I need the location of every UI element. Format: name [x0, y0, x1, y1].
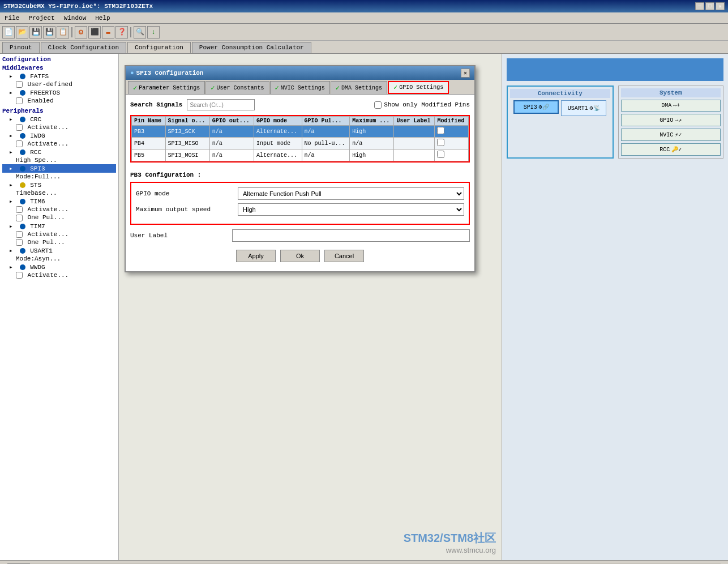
tim7-activate-checkbox[interactable] — [16, 231, 23, 238]
max-speed-select[interactable]: High Medium Low — [238, 203, 464, 216]
dialog-tab-dma[interactable]: ✓ DMA Settings — [331, 81, 387, 94]
tim6-onepulse-checkbox[interactable] — [16, 215, 23, 221]
crc-activate-label: Activate... — [28, 124, 69, 131]
gpio-button[interactable]: GPIO →↗ — [621, 114, 721, 126]
menu-file[interactable]: File — [2, 14, 22, 22]
config-section: PB3 Configuration : GPIO mode Alternate … — [130, 172, 470, 242]
user-label-input[interactable] — [232, 229, 470, 242]
toolbar-open[interactable]: 📂 — [16, 26, 28, 39]
sidebar-crc-activate[interactable]: Activate... — [2, 123, 116, 131]
tim6-expand: ▸ — [9, 198, 16, 205]
rcc-btn-label: RCC — [660, 147, 670, 153]
usart1-mode-label: Mode:Asyn... — [16, 255, 61, 262]
sidebar-iwdg-activate[interactable]: Activate... — [2, 140, 116, 148]
sidebar-rcc[interactable]: ▸ RCC — [2, 148, 116, 156]
wwdg-activate-checkbox[interactable] — [16, 272, 23, 279]
tim6-onepulse-label: One Pul... — [28, 214, 65, 221]
menu-window[interactable]: Window — [62, 14, 89, 22]
sidebar-freertos[interactable]: ▸ FREERTOS — [2, 88, 116, 97]
fatfs-userdefined-checkbox[interactable] — [16, 81, 23, 88]
toolbar-save3[interactable]: 📋 — [57, 26, 69, 39]
sidebar-sts[interactable]: ▸ STS — [2, 181, 116, 189]
freertos-enabled-checkbox[interactable] — [16, 97, 23, 104]
cell-gpio-pull: No pull-u... — [302, 138, 350, 149]
cell-gpio-pull: n/a — [302, 149, 350, 161]
main-tab-bar: Pinout Clock Configuration Configuration… — [0, 41, 728, 54]
toolbar-search[interactable]: 🔍 — [134, 26, 146, 39]
tab-pinout[interactable]: Pinout — [2, 42, 40, 53]
sidebar-wwdg[interactable]: ▸ WWDG — [2, 263, 116, 271]
dialog-close-button[interactable]: ✕ — [461, 69, 470, 78]
sidebar-freertos-enabled[interactable]: Enabled — [2, 97, 116, 105]
maximize-button[interactable]: □ — [705, 2, 714, 10]
sidebar-tim7[interactable]: ▸ TIM7 — [2, 222, 116, 230]
dma-button[interactable]: DMA ↔+ — [621, 100, 721, 112]
dialog-tab-parameter[interactable]: ✓ Parameter Settings — [128, 81, 205, 94]
toolbar: 📄 📂 💾 💾 📋 ⚙ ⬛ ▬ ❓ 🔍 ↓ — [0, 24, 728, 41]
search-input[interactable] — [187, 99, 255, 110]
dialog-tab-gpio[interactable]: ✓ GPIO Settings — [388, 81, 449, 94]
rcc-button[interactable]: RCC 🔑✓ — [621, 143, 721, 156]
dialog-content: Search Signals Show only Modified Pins P… — [126, 95, 474, 271]
menu-help[interactable]: Help — [93, 14, 112, 22]
ok-button[interactable]: Ok — [280, 250, 320, 262]
nvic-button[interactable]: NVIC ⚡✓ — [621, 129, 721, 141]
sidebar-tim7-activate[interactable]: Activate... — [2, 230, 116, 238]
sidebar-iwdg[interactable]: ▸ IWDG — [2, 131, 116, 140]
modified-checkbox[interactable] — [437, 139, 444, 146]
sidebar-fatfs[interactable]: ▸ FATFS — [2, 72, 116, 80]
sidebar-tim6-onepulse[interactable]: One Pul... — [2, 213, 116, 221]
window-close-button[interactable]: ✕ — [716, 2, 725, 10]
sidebar-tim6-activate[interactable]: Activate... — [2, 206, 116, 213]
usart1-button[interactable]: USART1 ⚙📡 — [561, 100, 606, 116]
sidebar-spi3[interactable]: ▸ SPI3 — [2, 164, 116, 173]
gpio-mode-select[interactable]: Alternate Function Push Pull Output Push… — [238, 187, 464, 200]
sidebar-usart1[interactable]: ▸ USART1 — [2, 246, 116, 255]
table-row[interactable]: PB3 SPI3_SCK n/a Alternate... n/a High — [132, 126, 469, 138]
crc-activate-checkbox[interactable] — [16, 124, 23, 131]
toolbar-save2[interactable]: 💾 — [43, 26, 55, 39]
tim6-activate-checkbox[interactable] — [16, 206, 23, 213]
toolbar-run[interactable]: ⚙ — [75, 26, 87, 39]
spi3-button[interactable]: SPI3 ⚙🔗 — [513, 100, 559, 114]
modified-checkbox[interactable] — [437, 151, 444, 158]
cell-max-speed: n/a — [350, 138, 394, 149]
dialog-title: SPI3 Configuration — [136, 70, 204, 76]
tab-clock[interactable]: Clock Configuration — [41, 42, 126, 53]
menu-project[interactable]: Project — [26, 14, 57, 22]
cancel-button[interactable]: Cancel — [324, 250, 364, 262]
tab-power[interactable]: Power Consumption Calculator — [192, 42, 311, 53]
toolbar-save[interactable]: 💾 — [29, 26, 42, 39]
toolbar-debug[interactable]: ⬛ — [88, 26, 101, 39]
sidebar-tim6[interactable]: ▸ TIM6 — [2, 197, 116, 206]
cell-modified — [435, 149, 469, 161]
crc-label: CRC — [30, 116, 41, 123]
crc-expand: ▸ — [9, 116, 16, 123]
sidebar-crc[interactable]: ▸ CRC — [2, 115, 116, 123]
toolbar-step[interactable]: ▬ — [102, 26, 114, 39]
dialog-tab-user-constants[interactable]: ✓ User Constants — [205, 81, 269, 94]
sidebar-wwdg-activate[interactable]: Activate... — [2, 271, 116, 279]
toolbar-new[interactable]: 📄 — [2, 26, 15, 39]
apply-button[interactable]: Apply — [236, 250, 276, 262]
tab-configuration[interactable]: Configuration — [127, 42, 191, 53]
dialog-title-content: ● SPI3 Configuration — [130, 70, 203, 76]
sidebar-tim7-onepulse[interactable]: One Pul... — [2, 238, 116, 246]
minimize-button[interactable]: ─ — [695, 2, 704, 10]
table-row[interactable]: PB5 SPI3_MOSI n/a Alternate... n/a High — [132, 149, 469, 161]
show-modified-checkbox[interactable] — [374, 101, 382, 109]
freertos-icon — [20, 90, 25, 96]
sidebar-fatfs-userdefined[interactable]: User-defined — [2, 80, 116, 88]
peripherals-label: Peripherals — [2, 108, 44, 114]
scrollbar-area: ◄ ► — [0, 560, 728, 564]
watermark-line1: STM32/STM8社区 — [404, 531, 496, 546]
dialog-tab-nvic[interactable]: ✓ NVIC Settings — [270, 81, 330, 94]
toolbar-help[interactable]: ❓ — [115, 26, 128, 39]
iwdg-activate-checkbox[interactable] — [16, 140, 23, 147]
dialog-icon: ● — [130, 70, 134, 76]
user-tab-label: User Constants — [217, 85, 264, 91]
toolbar-download[interactable]: ↓ — [147, 26, 160, 39]
tim7-onepulse-checkbox[interactable] — [16, 239, 23, 246]
modified-checkbox[interactable] — [437, 127, 444, 134]
table-row[interactable]: PB4 SPI3_MISO n/a Input mode No pull-u..… — [132, 138, 469, 149]
